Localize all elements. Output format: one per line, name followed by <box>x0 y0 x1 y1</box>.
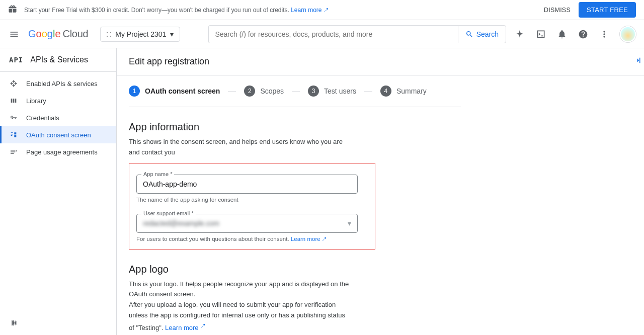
project-name: My Project 2301 <box>115 30 166 38</box>
sidebar-item-label: Credentials <box>26 114 59 122</box>
sidebar-item-credentials[interactable]: Credentials <box>0 109 116 126</box>
app-name-helper: The name of the app asking for consent <box>136 197 368 203</box>
agreements-icon <box>9 148 18 156</box>
app-header: Google Cloud ⸬ My Project 2301 ▾ Search <box>0 20 644 48</box>
gift-icon <box>8 5 17 15</box>
app-logo-heading: App logo <box>129 264 632 275</box>
step-summary[interactable]: 4 Summary <box>380 86 427 97</box>
app-name-input[interactable] <box>136 175 358 194</box>
sidebar-title[interactable]: API APIs & Services <box>0 48 116 72</box>
logo-learn-more-link[interactable]: Learn more⭧ <box>165 324 206 331</box>
highlight-box: App name * The name of the app asking fo… <box>129 163 375 249</box>
api-badge-icon: API <box>9 56 23 64</box>
project-selector[interactable]: ⸬ My Project 2301 ▾ <box>100 27 180 42</box>
google-cloud-logo[interactable]: Google Cloud <box>28 28 88 40</box>
cloud-shell-icon[interactable] <box>535 29 546 40</box>
more-icon[interactable] <box>599 29 610 40</box>
consent-icon <box>9 131 18 139</box>
step-oauth-consent[interactable]: 1 OAuth consent screen <box>129 86 220 97</box>
project-dots-icon: ⸬ <box>107 31 111 38</box>
step-scopes[interactable]: 2 Scopes <box>244 86 284 97</box>
stepper: 1 OAuth consent screen 2 Scopes 3 Test u… <box>129 75 461 107</box>
app-info-desc: This shows in the consent screen, and he… <box>129 137 350 158</box>
app-name-label: App name * <box>141 171 174 177</box>
app-logo-desc2: After you upload a logo, you will need t… <box>129 300 350 333</box>
app-logo-desc1: This is your logo. It helps people recog… <box>129 279 350 300</box>
step-test-users[interactable]: 3 Test users <box>308 86 356 97</box>
app-info-heading: App information <box>129 121 632 133</box>
sidebar-item-enabled-apis[interactable]: Enabled APIs & services <box>0 75 116 92</box>
support-learn-more-link[interactable]: Learn more⭧ <box>291 236 328 242</box>
search-input[interactable] <box>208 25 457 43</box>
gemini-icon[interactable] <box>514 29 525 40</box>
page-title: Edit app registration <box>117 48 644 75</box>
help-icon[interactable] <box>578 29 589 40</box>
promo-text: Start your Free Trial with $300 in credi… <box>24 7 329 14</box>
search-button[interactable]: Search <box>458 25 506 43</box>
free-trial-banner: Start your Free Trial with $300 in credi… <box>0 0 644 20</box>
diamond-icon <box>9 79 18 88</box>
start-free-button[interactable]: START FREE <box>579 2 636 18</box>
sidebar-collapse-button[interactable] <box>0 312 116 335</box>
dropdown-icon: ▾ <box>348 219 351 227</box>
dropdown-icon: ▾ <box>170 30 174 38</box>
support-email-value: redacted@example.com <box>143 219 219 227</box>
sidebar-item-library[interactable]: Library <box>0 92 116 109</box>
key-icon <box>9 114 18 122</box>
support-email-helper: For users to contact you with questions … <box>136 236 368 242</box>
sidebar-item-label: Library <box>26 97 46 105</box>
sidebar-item-label: Page usage agreements <box>26 148 98 156</box>
support-email-select[interactable]: redacted@example.com ▾ <box>136 214 358 233</box>
sidebar-heading: APIs & Services <box>30 55 88 64</box>
account-avatar[interactable] <box>620 26 636 42</box>
promo-learn-more-link[interactable]: Learn more⭧ <box>291 7 329 14</box>
sidebar-item-page-usage[interactable]: Page usage agreements <box>0 143 116 160</box>
support-email-label: User support email * <box>141 210 196 216</box>
library-icon <box>9 97 18 105</box>
sidebar-item-label: OAuth consent screen <box>26 131 91 139</box>
sidebar-item-label: Enabled APIs & services <box>26 80 98 88</box>
dismiss-button[interactable]: DISMISS <box>544 7 571 14</box>
step-separator <box>364 91 372 92</box>
sidebar: API APIs & Services Enabled APIs & servi… <box>0 48 117 335</box>
sidebar-item-oauth-consent[interactable]: OAuth consent screen <box>0 126 116 143</box>
step-separator <box>228 91 236 92</box>
step-separator <box>292 91 300 92</box>
hide-panel-button[interactable] <box>632 54 644 66</box>
nav-menu-button[interactable] <box>8 28 20 40</box>
notifications-icon[interactable] <box>556 29 568 40</box>
